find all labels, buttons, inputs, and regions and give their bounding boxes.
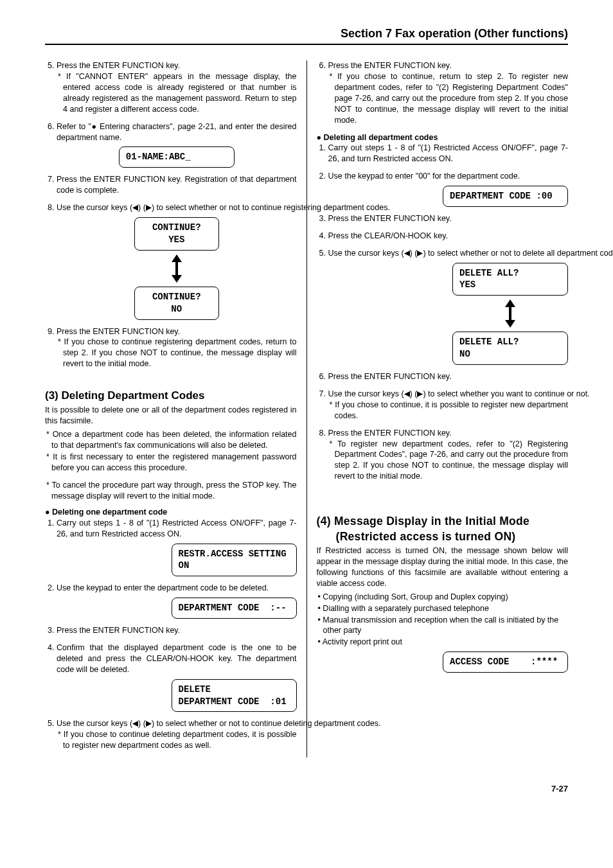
step-8-text-b: ) ( bbox=[138, 203, 146, 212]
r-step-6: Press the ENTER FUNCTION key. If you cho… bbox=[328, 60, 569, 125]
step-5-text: Press the ENTER FUNCTION key. bbox=[57, 61, 180, 70]
all-step-7: Use the cursor keys () () to select whet… bbox=[328, 389, 569, 421]
step-9-note: If you chose to continue registering dep… bbox=[57, 337, 297, 369]
svg-marker-0 bbox=[132, 205, 138, 211]
lcd-dept-code-blank: DEPARTMENT CODE :-- bbox=[172, 598, 297, 619]
left-triangle-icon bbox=[404, 251, 410, 256]
step-9-text: Press the ENTER FUNCTION key. bbox=[57, 327, 180, 336]
all-step-4: Press the CLEAR/ON-HOOK key. bbox=[328, 231, 569, 242]
del-step-5-a: Use the cursor keys ( bbox=[57, 719, 132, 728]
step-9: Press the ENTER FUNCTION key. If you cho… bbox=[57, 326, 297, 370]
svg-marker-7 bbox=[505, 299, 515, 328]
lcd-restr-access: RESTR.ACCESS SETTING ON bbox=[172, 544, 297, 577]
del-step-5-note: If you chose to continue deleting depart… bbox=[57, 729, 297, 751]
lcd-access-code: ACCESS CODE :**** bbox=[443, 651, 568, 673]
right-triangle-icon bbox=[146, 205, 152, 211]
lcd-delete-all-yes: DELETE ALL? YES bbox=[452, 263, 568, 296]
feature-activity: Activity report print out bbox=[317, 637, 569, 648]
feature-dialling: Dialling with a separately purchased tel… bbox=[317, 603, 569, 614]
del-step-1-text: Carry out steps 1 - 8 of "(1) Restricted… bbox=[57, 518, 297, 538]
step-6-text: Refer to "● Entering characters", page 2… bbox=[57, 122, 297, 142]
del-step-4: Confirm that the displayed department co… bbox=[57, 642, 297, 712]
step-6: Refer to "● Entering characters", page 2… bbox=[57, 121, 297, 168]
all-step-8: Press the ENTER FUNCTION key. To registe… bbox=[328, 428, 569, 482]
delete-one-heading: Deleting one department code bbox=[45, 507, 297, 518]
feature-copying: Copying (including Sort, Group and Duple… bbox=[317, 592, 569, 603]
step-8-text-a: Use the cursor keys ( bbox=[57, 203, 132, 212]
lcd-continue-yes: CONTINUE? YES bbox=[134, 217, 219, 251]
lcd-name-entry: 01-NAME:ABC_ bbox=[119, 146, 235, 168]
right-column: Press the ENTER FUNCTION key. If you cho… bbox=[307, 60, 569, 757]
subsection-3-intro: It is possible to delete one or all of t… bbox=[45, 405, 297, 427]
section-header: Section 7 Fax operation (Other functions… bbox=[45, 26, 568, 45]
step-5-note: If "CANNOT ENTER" appears in the message… bbox=[57, 71, 297, 115]
subsection-4-intro: If Restricted access is turned ON, the m… bbox=[317, 545, 569, 589]
left-column: Press the ENTER FUNCTION key. If "CANNOT… bbox=[45, 60, 307, 757]
del-step-5: Use the cursor keys () () to select whet… bbox=[57, 718, 297, 751]
del-step-1: Carry out steps 1 - 8 of "(1) Restricted… bbox=[57, 518, 297, 577]
subsection-3-note-3: To cancel the procedure part way through… bbox=[45, 480, 297, 502]
all-step-5-a: Use the cursor keys ( bbox=[328, 249, 404, 258]
svg-marker-2 bbox=[172, 254, 182, 283]
all-step-8-text: Press the ENTER FUNCTION key. bbox=[328, 429, 452, 438]
subsection-4-line1: (4) Message Display in the Initial Mode bbox=[317, 515, 530, 527]
left-triangle-icon bbox=[132, 205, 138, 211]
left-triangle-icon bbox=[132, 721, 138, 727]
del-step-4-text: Confirm that the displayed department co… bbox=[57, 643, 297, 674]
lcd-delete-dept: DELETE DEPARTMENT CODE :01 bbox=[172, 679, 297, 713]
subsection-3-heading: (3) Deleting Department Codes bbox=[45, 389, 297, 403]
feature-manual: Manual transmission and reception when t… bbox=[317, 615, 569, 637]
right-triangle-icon bbox=[146, 721, 152, 727]
lcd-delete-all-no: DELETE ALL? NO bbox=[452, 332, 568, 365]
all-step-7-note: If you chose to continue, it is possible… bbox=[328, 400, 569, 421]
del-step-2: Use the keypad to enter the department c… bbox=[57, 583, 297, 619]
subsection-4-line2: (Restricted access is turned ON) bbox=[317, 530, 516, 543]
all-step-6: Press the ENTER FUNCTION key. bbox=[328, 371, 569, 382]
svg-marker-4 bbox=[146, 721, 152, 727]
step-7: Press the ENTER FUNCTION key. Registrati… bbox=[57, 174, 297, 196]
step-5: Press the ENTER FUNCTION key. If "CANNOT… bbox=[57, 60, 297, 114]
all-step-5: Use the cursor keys () () to select whet… bbox=[328, 248, 569, 365]
del-step-2-text: Use the keypad to enter the department c… bbox=[57, 583, 269, 592]
subsection-4-heading: (4) Message Display in the Initial Mode … bbox=[317, 514, 569, 544]
all-step-3: Press the ENTER FUNCTION key. bbox=[328, 213, 569, 224]
lcd-continue-no: CONTINUE? NO bbox=[134, 287, 219, 320]
svg-marker-1 bbox=[146, 205, 152, 211]
subsection-3-note-1: Once a department code has been deleted,… bbox=[45, 429, 297, 451]
r-step-6-text: Press the ENTER FUNCTION key. bbox=[328, 61, 452, 70]
subsection-3-note-2: It is first necessary to enter the regis… bbox=[45, 452, 297, 474]
double-arrow-icon bbox=[504, 299, 517, 328]
all-step-5-c: ) to select whether or not to delete all… bbox=[423, 249, 613, 258]
all-step-2: Use the keypad to enter "00" for the dep… bbox=[328, 171, 569, 207]
svg-marker-5 bbox=[404, 251, 410, 256]
all-step-5-b: ) ( bbox=[410, 249, 418, 258]
step-8: Use the cursor keys () () to select whet… bbox=[57, 202, 297, 319]
page-number: 7-27 bbox=[45, 783, 568, 795]
left-triangle-icon bbox=[404, 391, 410, 397]
two-column-layout: Press the ENTER FUNCTION key. If "CANNOT… bbox=[45, 60, 568, 757]
all-step-2-text: Use the keypad to enter "00" for the dep… bbox=[328, 172, 520, 181]
all-step-1: Carry out steps 1 - 8 of "(1) Restricted… bbox=[328, 143, 569, 164]
delete-all-heading: Deleting all department codes bbox=[317, 132, 569, 143]
all-step-7-a: Use the cursor keys ( bbox=[328, 389, 404, 398]
svg-marker-3 bbox=[132, 721, 138, 727]
lcd-dept-00: DEPARTMENT CODE :00 bbox=[443, 186, 568, 207]
all-step-7-c: ) to select whether you want to continue… bbox=[423, 389, 589, 398]
del-step-5-b: ) ( bbox=[138, 719, 146, 728]
r-step-6-note: If you chose to continue, return to step… bbox=[328, 71, 569, 125]
del-step-3: Press the ENTER FUNCTION key. bbox=[57, 625, 297, 636]
all-step-8-note: To register new department codes, refer … bbox=[328, 439, 569, 483]
svg-marker-8 bbox=[404, 391, 410, 397]
all-step-7-b: ) ( bbox=[410, 389, 418, 398]
double-arrow-icon bbox=[170, 254, 183, 283]
